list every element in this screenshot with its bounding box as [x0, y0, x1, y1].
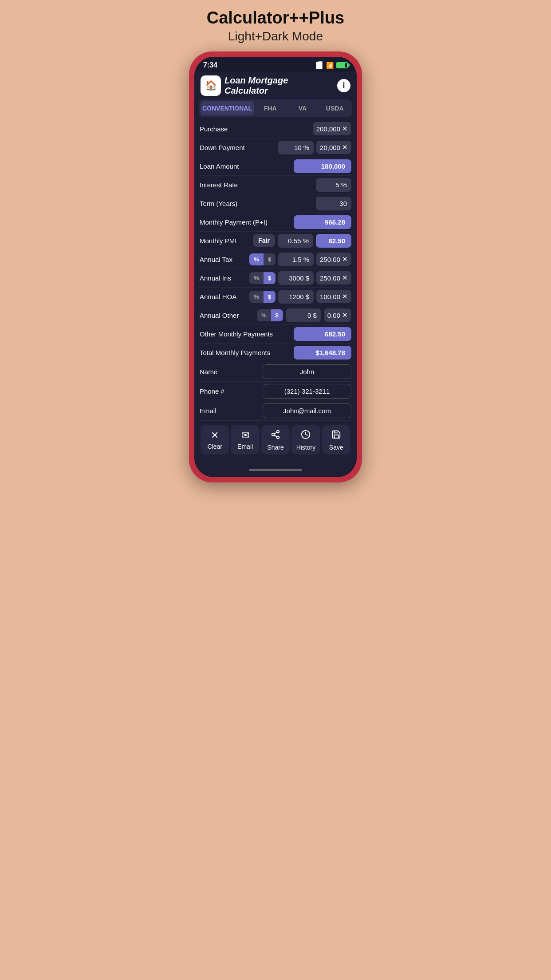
annual-tax-clear-btn[interactable]: ✕	[342, 255, 348, 263]
monthly-payment-label: Monthly Payment (P+I)	[200, 218, 294, 226]
notch	[247, 57, 304, 67]
loan-amount-value: 180,000	[294, 159, 351, 173]
hoa-dollar-btn[interactable]: $	[264, 291, 276, 303]
other-dollar-btn[interactable]: $	[271, 309, 283, 321]
loan-amount-label: Loan Amount	[200, 162, 294, 170]
app-icon: 🏠	[201, 75, 221, 96]
tab-conventional[interactable]: CONVENTIONAL	[201, 101, 254, 115]
other-monthly-row: Other Monthly Payments 682.50	[199, 325, 352, 344]
annual-hoa-value-input[interactable]: 100.00 ✕	[316, 290, 351, 303]
other-toggle-group: % $	[257, 309, 283, 321]
save-label: Save	[329, 444, 343, 451]
tab-va[interactable]: VA	[287, 101, 319, 115]
signal-icon: ▐▊	[314, 62, 323, 69]
hoa-pct-btn[interactable]: %	[249, 291, 264, 303]
share-label: Share	[267, 444, 283, 451]
phone-screen: 7:34 ▐▊ 📶 🏠 Loan Mortgage Calculator	[194, 57, 357, 477]
pmi-pct-input[interactable]: 0.55 %	[278, 234, 313, 248]
status-time: 7:34	[203, 61, 217, 69]
history-icon	[301, 430, 311, 442]
clear-label: Clear	[207, 443, 222, 450]
annual-other-label: Annual Other	[200, 312, 257, 319]
down-payment-label: Down Payment	[200, 144, 278, 151]
phone-row: Phone #	[199, 382, 352, 401]
history-button[interactable]: History	[291, 425, 320, 454]
other-monthly-label: Other Monthly Payments	[200, 330, 294, 338]
annual-tax-value-input[interactable]: 250.00 ✕	[316, 253, 351, 266]
clear-button[interactable]: ✕ Clear	[201, 425, 229, 454]
app-header: 🏠 Loan Mortgage Calculator i	[199, 72, 352, 99]
annual-hoa-value: 100.00	[320, 293, 340, 300]
other-pct-btn[interactable]: %	[257, 309, 271, 321]
home-bar	[249, 469, 302, 471]
phone-label: Phone #	[200, 387, 263, 395]
annual-other-value-input[interactable]: 0.00 ✕	[324, 308, 351, 322]
app-header-title: Loan Mortgage Calculator	[224, 75, 334, 96]
hoa-toggle-group: % $	[249, 291, 276, 303]
email-label: Email	[200, 407, 263, 415]
info-button[interactable]: i	[337, 79, 350, 92]
annual-hoa-clear-btn[interactable]: ✕	[342, 292, 348, 300]
monthly-pmi-row: Monthly PMI Fair 0.55 % 82.50	[199, 232, 352, 250]
annual-ins-value: 250.00	[320, 274, 340, 282]
monthly-payment-value: 966.28	[294, 215, 351, 229]
svg-line-4	[274, 432, 277, 434]
annual-ins-label: Annual Ins	[200, 274, 249, 282]
annual-ins-value-input[interactable]: 250.00 ✕	[316, 271, 351, 285]
purchase-row: Purchase 200,000 ✕	[199, 120, 352, 138]
down-payment-value: 20,000	[320, 144, 340, 151]
pmi-fair-badge[interactable]: Fair	[253, 234, 275, 247]
annual-tax-controls: % $ 1.5 % 250.00 ✕	[249, 253, 351, 266]
pmi-value: 82.50	[316, 234, 351, 248]
interest-rate-input[interactable]: 5 %	[316, 178, 351, 192]
page-subtitle: Light+Dark Mode	[228, 29, 323, 43]
home-indicator	[194, 465, 357, 477]
monthly-pmi-label: Monthly PMI	[200, 237, 253, 245]
tab-fha[interactable]: FHA	[255, 101, 286, 115]
tax-dollar-btn[interactable]: $	[264, 253, 276, 265]
total-monthly-value: $1,648.78	[294, 346, 351, 360]
interest-rate-label: Interest Rate	[200, 181, 316, 189]
ins-dollar-btn[interactable]: $	[264, 272, 276, 284]
annual-other-value: 0.00	[327, 312, 340, 319]
svg-line-3	[274, 435, 277, 437]
wifi-icon: 📶	[326, 62, 334, 69]
pmi-controls: Fair 0.55 % 82.50	[253, 234, 351, 248]
purchase-clear-btn[interactable]: ✕	[342, 125, 348, 133]
email-button[interactable]: ✉ Email	[231, 425, 259, 454]
annual-ins-controls: % $ 3000 $ 250.00 ✕	[249, 271, 351, 285]
annual-other-row: Annual Other % $ 0 $ 0.00 ✕	[199, 306, 352, 325]
loan-amount-row: Loan Amount 180,000	[199, 157, 352, 176]
annual-ins-input[interactable]: 3000 $	[278, 271, 314, 285]
annual-other-clear-btn[interactable]: ✕	[342, 311, 348, 319]
annual-hoa-label: Annual HOA	[200, 293, 249, 300]
total-monthly-label: Total Monthly Payments	[200, 349, 294, 356]
total-monthly-row: Total Monthly Payments $1,648.78	[199, 344, 352, 362]
down-payment-clear-btn[interactable]: ✕	[342, 143, 348, 151]
email-row: Email	[199, 401, 352, 421]
app-content: 🏠 Loan Mortgage Calculator i CONVENTIONA…	[194, 72, 357, 465]
term-label: Term (Years)	[200, 200, 316, 207]
term-input[interactable]: 30	[316, 197, 351, 210]
annual-tax-value: 250.00	[320, 256, 340, 263]
share-button[interactable]: Share	[261, 425, 290, 454]
annual-tax-pct-input[interactable]: 1.5 %	[278, 253, 314, 266]
tab-usda[interactable]: USDA	[319, 101, 350, 115]
down-payment-value-input[interactable]: 20,000 ✕	[316, 141, 351, 154]
tax-pct-btn[interactable]: %	[249, 253, 264, 265]
email-label: Email	[237, 443, 253, 450]
monthly-payment-row: Monthly Payment (P+I) 966.28	[199, 213, 352, 232]
phone-input[interactable]	[263, 384, 351, 399]
annual-other-input[interactable]: 0 $	[286, 308, 321, 322]
purchase-input[interactable]: 200,000 ✕	[313, 122, 351, 135]
down-payment-pct-input[interactable]: 10 %	[278, 141, 314, 154]
interest-rate-row: Interest Rate 5 %	[199, 176, 352, 194]
annual-hoa-input[interactable]: 1200 $	[278, 290, 314, 304]
annual-hoa-row: Annual HOA % $ 1200 $ 100.00 ✕	[199, 288, 352, 306]
annual-ins-clear-btn[interactable]: ✕	[342, 274, 348, 282]
ins-pct-btn[interactable]: %	[249, 272, 264, 284]
email-input[interactable]	[263, 403, 351, 418]
save-button[interactable]: Save	[322, 425, 350, 454]
ins-toggle-group: % $	[249, 272, 276, 284]
name-input[interactable]	[263, 364, 351, 379]
